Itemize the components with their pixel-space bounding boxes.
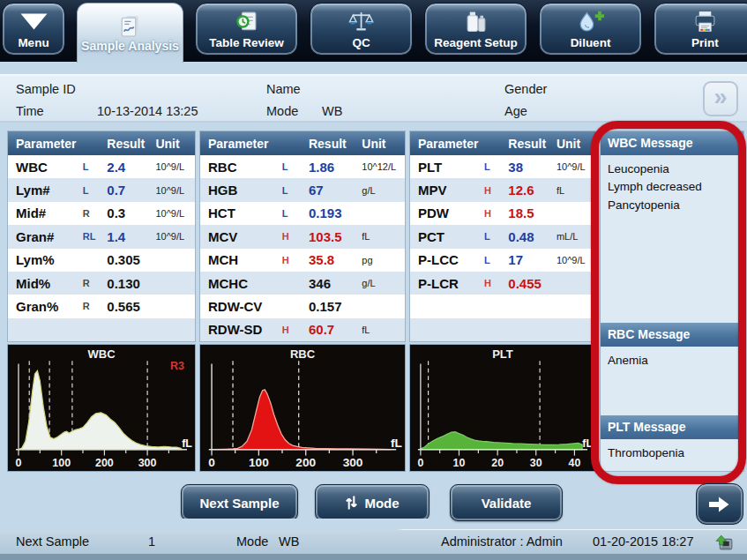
param-cell: P-LCR — [410, 276, 484, 291]
param-cell: MCHC — [200, 276, 282, 291]
param-row-lym[interactable]: Lym%0.305 — [8, 249, 195, 272]
param-row-mch[interactable]: MCHH35.8pg — [200, 249, 405, 272]
param-cell: Mid% — [8, 276, 83, 291]
param-cell: Gran% — [8, 299, 83, 314]
svg-text:100: 100 — [249, 456, 269, 469]
flag-message: Thrombopenia — [608, 444, 736, 462]
param-row-plt[interactable]: PLTL3810^9/L — [410, 155, 595, 178]
toolbar-button-label: QC — [352, 35, 370, 50]
flag-message-panel: WBC MessageLeucopeniaLymph decreasedPanc… — [600, 131, 744, 472]
column-header: Parameter — [410, 137, 508, 151]
unit-cell: 10^12/L — [362, 161, 405, 172]
param-row-mcv[interactable]: MCVH103.5fL — [200, 225, 405, 248]
toolbar-button-label: Reagent Setup — [434, 35, 518, 50]
result-cell: 1.86 — [309, 160, 362, 175]
param-row-hct[interactable]: HCTL0.193 — [200, 202, 405, 225]
analyzer-screen: MenuSample AnalysisTable ReviewQCReagent… — [0, 0, 747, 560]
rbc-histogram-plot: 0100200300fL — [201, 356, 404, 470]
reagent-bottles-icon — [464, 9, 488, 35]
result-cell: 12.6 — [508, 183, 557, 198]
svg-text:fL: fL — [582, 436, 593, 449]
printer-icon — [692, 9, 718, 35]
print-button[interactable]: Print — [654, 3, 747, 56]
unit-cell: mL/L — [557, 231, 595, 242]
column-header: Unit — [557, 137, 595, 151]
diluent-drop-icon — [577, 9, 604, 35]
param-row-mid[interactable]: Mid%R0.130 — [8, 272, 195, 295]
param-row-hgb[interactable]: HGBL67g/L — [200, 178, 405, 201]
param-row-p-lcr[interactable]: P-LCRH0.455 — [410, 272, 595, 295]
rbc-message-list: Anemia — [601, 347, 743, 415]
next-page-button[interactable] — [696, 483, 743, 525]
result-cell: 103.5 — [309, 229, 362, 244]
param-row-gran[interactable]: Gran%R0.565 — [8, 295, 195, 317]
status-next-sample-value[interactable]: 1 — [148, 530, 155, 554]
menu-button[interactable]: Menu — [2, 3, 65, 56]
svg-text:fL: fL — [391, 437, 402, 450]
status-mode-label: Mode — [236, 530, 268, 554]
param-row-pct[interactable]: PCTL0.48mL/L — [410, 225, 595, 248]
svg-text:300: 300 — [138, 455, 157, 468]
toolbar-button-label: Table Review — [209, 35, 284, 50]
param-cell: Gran# — [8, 229, 83, 244]
flag-cell: L — [282, 208, 309, 219]
param-row-lym[interactable]: Lym#L0.710^9/L — [8, 178, 195, 201]
param-row-rbc[interactable]: RBCL1.8610^12/L — [200, 155, 405, 178]
column-header: Unit — [362, 137, 405, 151]
unit-cell: 10^9/L — [557, 255, 595, 265]
param-cell: P-LCC — [410, 252, 484, 267]
mode-button[interactable]: Mode — [315, 484, 430, 521]
result-cell: 0.3 — [107, 205, 155, 220]
param-cell: MCV — [200, 229, 282, 244]
unit-cell: g/L — [362, 278, 405, 288]
param-row-pdw[interactable]: PDWH18.5 — [410, 202, 595, 225]
flag-cell: L — [282, 161, 309, 172]
param-row-mid[interactable]: Mid#R0.310^9/L — [8, 202, 195, 225]
unit-cell: 10^9/L — [155, 231, 195, 242]
toolbar-button-label: Diluent — [571, 35, 611, 50]
svg-text:200: 200 — [295, 456, 316, 469]
svg-text:fL: fL — [182, 436, 192, 449]
param-row-rdw-sd[interactable]: RDW-SDH60.7fL — [200, 318, 405, 341]
qc-button[interactable]: QC — [310, 3, 413, 56]
param-cell: PDW — [410, 205, 484, 220]
flag-cell: R — [83, 301, 108, 311]
diluent-button[interactable]: Diluent — [539, 3, 642, 56]
bottom-edge-strip — [0, 554, 747, 560]
param-cell: MCH — [200, 252, 282, 267]
column-header: Parameter — [200, 137, 309, 151]
param-cell: PCT — [410, 229, 484, 244]
validate-button[interactable]: Validate — [450, 484, 563, 521]
column-header: Result — [107, 137, 155, 151]
param-row-p-lcc[interactable]: P-LCCL1710^9/L — [410, 249, 595, 272]
param-row-mpv[interactable]: MPVH12.6fL — [410, 178, 595, 201]
status-next-sample-label: Next Sample — [16, 530, 89, 554]
param-row-mchc[interactable]: MCHC346g/L — [200, 272, 405, 295]
table-header-row: ParameterResultUnit — [200, 131, 405, 155]
qc-scale-icon — [347, 9, 375, 35]
plt-histogram: PLT 010203040fL — [409, 344, 596, 472]
time-label: Time — [16, 100, 44, 123]
param-row-rdw-cv[interactable]: RDW-CV0.157 — [200, 295, 405, 317]
toolbar-button-label: Print — [691, 35, 719, 50]
table-review-button[interactable]: Table Review — [195, 3, 298, 56]
footer-curve-decoration — [0, 519, 430, 533]
flag-cell: L — [83, 161, 108, 172]
flag-cell: H — [282, 255, 309, 265]
reagent-setup-button[interactable]: Reagent Setup — [424, 3, 527, 56]
expand-info-button[interactable]: » — [703, 81, 738, 116]
param-row-wbc[interactable]: WBCL2.410^9/L — [8, 155, 195, 178]
column-header: Parameter — [8, 137, 107, 151]
param-cell: MPV — [410, 183, 484, 198]
rbc-histogram: RBC 0100200300fL — [199, 344, 406, 472]
unit-cell: fL — [362, 325, 405, 335]
result-cell: 1.4 — [107, 229, 155, 244]
gender-label: Gender — [504, 78, 547, 101]
wbc-message-header: WBC Message — [601, 131, 743, 155]
param-table-wbc: ParameterResultUnitWBCL2.410^9/LLym#L0.7… — [7, 131, 196, 342]
next-sample-button[interactable]: Next Sample — [181, 484, 298, 521]
param-row-gran[interactable]: Gran#RL1.410^9/L — [8, 225, 195, 248]
tab-sample-analysis[interactable]: Sample Analysis — [77, 3, 183, 63]
flag-cell: H — [484, 208, 508, 219]
result-cell: 346 — [309, 276, 362, 291]
